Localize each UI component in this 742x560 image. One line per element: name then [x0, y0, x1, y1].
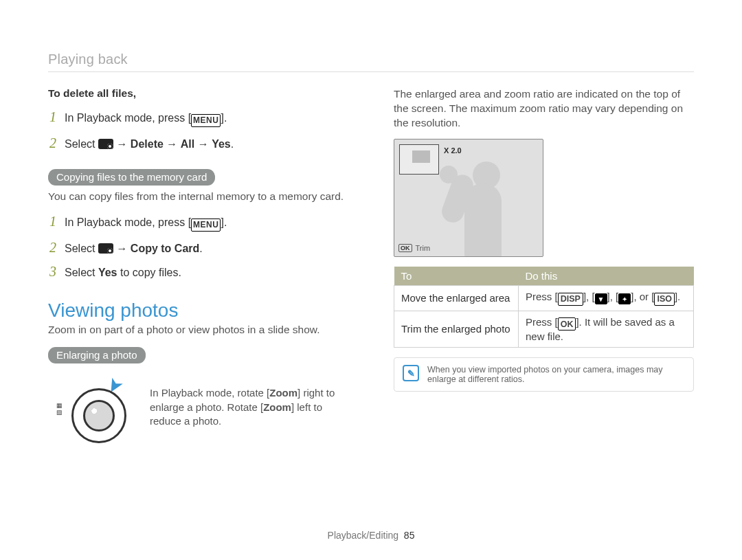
text: All	[181, 138, 194, 150]
camera-screen-preview: X 2.0 OK Trim	[394, 139, 543, 257]
delete-all-heading: To delete all files,	[48, 87, 348, 100]
zoom-navigator	[399, 144, 439, 175]
text: Copy to Card	[131, 243, 199, 254]
text: Yes	[212, 138, 231, 150]
step-number: 1	[48, 214, 58, 229]
step-number: 2	[48, 240, 58, 256]
arrow: →	[198, 138, 212, 150]
iso-key-icon: ISO	[654, 293, 675, 306]
td-trim-action: Press [OK]. It will be saved as a new fi…	[519, 311, 694, 348]
step-text: Select Yes to copy files.	[65, 265, 181, 280]
text: ].	[221, 112, 227, 124]
step-number: 1	[48, 109, 58, 125]
disp-key-icon: DISP	[558, 293, 583, 306]
arrow: →	[166, 138, 180, 150]
trim-bar: OK Trim	[398, 244, 430, 252]
silhouette-illustration	[437, 157, 506, 252]
text: Zoom	[269, 387, 297, 399]
zoom-dial-illustration: ▦▧ ➤	[48, 373, 137, 442]
breadcrumb: Playing back	[48, 52, 694, 67]
menu-key-icon: MENU	[191, 114, 221, 127]
copy-steps: 1 In Playback mode, press [MENU]. 2 Sele…	[48, 214, 348, 280]
settings-gear-icon	[98, 243, 113, 254]
text: Select	[65, 243, 98, 254]
timer-flash-icon: ✦	[618, 293, 631, 304]
zoom-intro: The enlarged area and zoom ratio are ind…	[394, 87, 694, 131]
text: ], [	[583, 291, 595, 302]
step-text: Select → Copy to Card.	[65, 241, 203, 256]
page-number: 85	[404, 530, 415, 541]
text: Yes	[98, 267, 117, 278]
note-icon: ✎	[403, 365, 419, 381]
ok-key-icon: OK	[558, 317, 576, 331]
footer-section: Playback/Editing	[328, 530, 399, 541]
note-text: When you view imported photos on your ca…	[427, 365, 685, 384]
step-text: In Playback mode, press [MENU].	[65, 215, 227, 232]
td-trim: Trim the enlarged photo	[394, 311, 519, 348]
left-column: To delete all files, 1 In Playback mode,…	[48, 87, 348, 442]
arrow: →	[116, 138, 130, 150]
text: Select	[65, 138, 98, 150]
th-to: To	[394, 267, 519, 286]
text: In Playback mode, press [	[65, 216, 191, 228]
viewing-photos-heading: Viewing photos	[48, 300, 348, 322]
trim-label: Trim	[416, 244, 431, 252]
text: In Playback mode, press [	[65, 112, 191, 124]
note-box: ✎ When you view imported photos on your …	[394, 357, 694, 392]
text: ], or [	[631, 291, 654, 302]
text: to copy files.	[117, 267, 181, 278]
text: .	[199, 243, 202, 254]
ok-icon: OK	[398, 244, 412, 252]
enlarging-pill: Enlarging a photo	[48, 347, 146, 363]
page-footer: Playback/Editing 85	[0, 530, 742, 541]
step-number: 3	[48, 264, 58, 280]
arrow: →	[116, 243, 130, 254]
td-move-action: Press [DISP], [▼], [✦], or [ISO].	[519, 285, 694, 311]
text: In Playback mode, rotate [	[150, 387, 269, 399]
td-move: Move the enlarged area	[394, 285, 519, 311]
step-text: In Playback mode, press [MENU].	[65, 111, 227, 127]
copying-pill: Copying files to the memory card	[48, 169, 215, 186]
th-dothis: Do this	[519, 267, 694, 286]
text: Select	[65, 267, 98, 278]
right-column: The enlarged area and zoom ratio are ind…	[394, 87, 694, 442]
viewing-desc: Zoom in on part of a photo or view photo…	[48, 323, 348, 337]
delete-steps: 1 In Playback mode, press [MENU]. 2 Sele…	[48, 109, 348, 151]
step-text: Select → Delete → All → Yes.	[65, 137, 234, 152]
text: ].	[221, 216, 227, 228]
settings-gear-icon	[98, 139, 113, 149]
copy-description: You can copy files from the internal mem…	[48, 190, 348, 204]
zoom-ratio-label: X 2.0	[444, 146, 462, 155]
text: ], [	[607, 291, 619, 302]
actions-table: To Do this Move the enlarged area Press …	[394, 267, 694, 348]
enlarge-text: In Playback mode, rotate [Zoom] right to…	[150, 386, 348, 428]
step-number: 2	[48, 135, 58, 151]
text: .	[231, 138, 234, 150]
down-arrow-icon: ▼	[595, 293, 607, 304]
text: Zoom	[263, 401, 291, 413]
text: Press [	[526, 291, 558, 302]
menu-key-icon: MENU	[191, 219, 221, 232]
text: Delete	[131, 138, 164, 150]
text: Press [	[526, 316, 558, 328]
text: ].	[675, 291, 680, 302]
rule	[48, 71, 694, 72]
